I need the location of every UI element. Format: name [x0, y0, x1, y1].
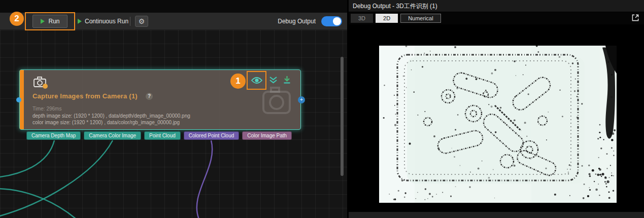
- port-camera-color-image[interactable]: Camera Color Image: [84, 131, 141, 140]
- tab-numerical[interactable]: Numerical: [400, 14, 441, 23]
- double-chevron-down-icon: [269, 76, 278, 84]
- output-ports-row: Camera Depth Map Camera Color Image Poin…: [26, 131, 292, 140]
- port-color-image-path[interactable]: Color Image Path: [242, 131, 292, 140]
- continuous-run-label: Continuous Run: [85, 18, 128, 25]
- debug-output-toggle[interactable]: [321, 16, 342, 26]
- open-in-new-window-button[interactable]: [631, 13, 640, 22]
- debug-output-tabs: 3D 2D Numerical: [351, 14, 441, 23]
- toolbar: Run Continuous Run ⚙ Debug Output: [0, 13, 347, 30]
- camera-icon: [33, 76, 48, 89]
- download-icon: [283, 76, 291, 84]
- annotation-step-1: 1: [230, 74, 246, 89]
- external-link-icon: [631, 13, 640, 22]
- help-icon[interactable]: ?: [146, 93, 153, 100]
- toggle-knob: [333, 17, 341, 25]
- node-input-port[interactable]: [16, 97, 21, 102]
- graph-editor-panel: Run Continuous Run ⚙ Debug Output 2 1: [0, 0, 347, 218]
- annotation-highlight-eye: [247, 71, 266, 90]
- app-root: Run Continuous Run ⚙ Debug Output 2 1: [0, 0, 644, 218]
- node-title: Capture Images from Camera (1): [32, 92, 138, 100]
- debug-output-label: Debug Output: [278, 18, 316, 25]
- debug-image-viewport[interactable]: [349, 24, 644, 211]
- debug-output-title: Debug Output - 3D工件识别 (1): [349, 0, 644, 12]
- tab-3d[interactable]: 3D: [351, 14, 373, 23]
- vertical-scrollbar[interactable]: [341, 57, 344, 176]
- run-button-label: Run: [48, 18, 59, 25]
- save-output-button[interactable]: [283, 76, 291, 84]
- port-colored-point-cloud[interactable]: Colored Point Cloud: [184, 131, 240, 140]
- continuous-run-button[interactable]: Continuous Run: [77, 16, 128, 27]
- annotation-step-2: 2: [10, 12, 24, 26]
- gear-icon: ⚙: [139, 17, 145, 25]
- collapse-outputs-button[interactable]: [269, 76, 278, 84]
- eye-icon: [251, 76, 263, 85]
- camera-ghost-icon: [261, 86, 292, 116]
- toolbar-separator: [130, 17, 130, 26]
- node-depth-image-info: depth image size: (1920 * 1200) , data/d…: [32, 113, 190, 119]
- tab-2d[interactable]: 2D: [376, 14, 398, 23]
- run-button[interactable]: Run: [32, 15, 67, 28]
- debug-output-panel: Debug Output - 3D工件识别 (1) 3D 2D Numerica…: [349, 0, 644, 218]
- preview-output-button[interactable]: [251, 76, 263, 85]
- port-point-cloud[interactable]: Point Cloud: [144, 131, 181, 140]
- annotation-highlight-run: Run: [25, 12, 75, 30]
- node-exec-time: Time: 296ms: [32, 106, 61, 112]
- settings-button[interactable]: ⚙: [135, 16, 148, 27]
- depth-map-2d-image: [379, 46, 617, 203]
- play-icon: [40, 18, 45, 24]
- play-icon: [77, 18, 82, 24]
- port-camera-depth-map[interactable]: Camera Depth Map: [26, 131, 81, 140]
- node-output-port[interactable]: +: [298, 96, 305, 103]
- node-color-image-info: color image size: (1920 * 1200) , data/c…: [32, 120, 180, 125]
- debug-panel-bottom-bar: [349, 211, 644, 218]
